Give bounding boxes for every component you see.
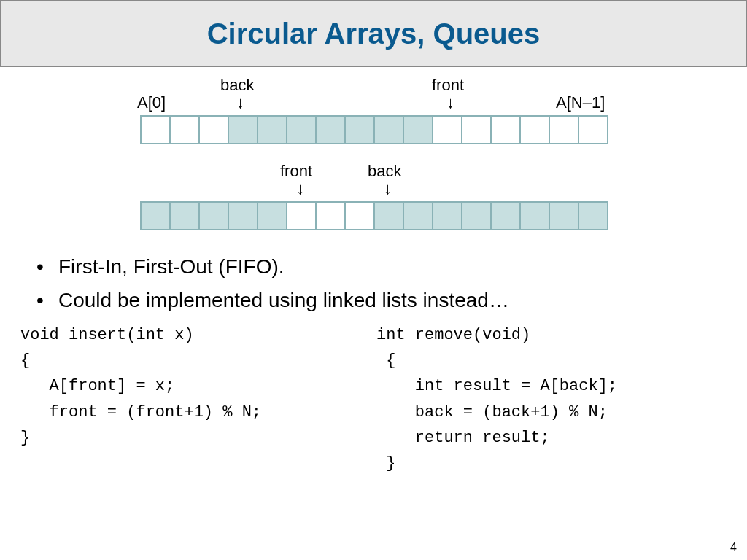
array-row-2 (140, 201, 608, 230)
array-cell (433, 115, 462, 144)
bullet-item: First-In, First-Out (FIFO). (36, 255, 725, 279)
array-diagram-1: A[0] A[N–1] back ↓ front ↓ (140, 77, 607, 149)
array-cell (462, 201, 492, 230)
down-arrow-icon: ↓ (384, 181, 392, 197)
array-cell (317, 115, 346, 144)
array-cell (462, 115, 492, 144)
down-arrow-icon: ↓ (296, 181, 304, 197)
label-back-2: back (368, 162, 401, 181)
label-front-1: front (432, 76, 464, 95)
array-cell (492, 201, 521, 230)
array-cell (375, 115, 404, 144)
array-cell (287, 201, 317, 230)
array-row-1 (140, 115, 608, 144)
label-front-2: front (280, 162, 312, 181)
code-block-insert: void insert(int x) { A[front] = x; front… (20, 322, 376, 451)
code-insert: void insert(int x) { A[front] = x; front… (20, 322, 376, 476)
array-cell (550, 115, 579, 144)
slide-title: Circular Arrays, Queues (207, 18, 541, 50)
array-cell (375, 201, 404, 230)
array-cell (317, 201, 346, 230)
array-cell (521, 115, 550, 144)
array-cell (404, 201, 433, 230)
array-cell (404, 115, 433, 144)
bullet-list: First-In, First-Out (FIFO). Could be imp… (36, 255, 725, 312)
array-cell (579, 201, 608, 230)
title-bar: Circular Arrays, Queues (0, 0, 747, 67)
label-a0: A[0] (137, 93, 166, 112)
code-remove: int remove(void) { int result = A[back];… (376, 322, 732, 476)
code-columns: void insert(int x) { A[front] = x; front… (20, 322, 732, 476)
label-an1: A[N–1] (556, 93, 605, 112)
array-cell (200, 115, 229, 144)
array-cell (142, 115, 171, 144)
array-cell (171, 201, 200, 230)
array-cell (433, 201, 462, 230)
array-cell (287, 115, 317, 144)
array-cell (229, 115, 258, 144)
array-cell (521, 201, 550, 230)
down-arrow-icon: ↓ (236, 95, 244, 111)
array-cell (229, 201, 258, 230)
array-cell (258, 201, 287, 230)
array-diagram-2: front ↓ back ↓ (140, 162, 607, 235)
array-cell (258, 115, 287, 144)
page-number: 4 (730, 541, 737, 554)
code-block-remove: int remove(void) { int result = A[back];… (376, 322, 732, 476)
label-back-1: back (220, 76, 254, 95)
array-cell (200, 201, 229, 230)
array-cell (579, 115, 608, 144)
down-arrow-icon: ↓ (446, 95, 454, 111)
array-cell (142, 201, 171, 230)
array-cell (346, 115, 375, 144)
array-cell (492, 115, 521, 144)
array-cell (171, 115, 200, 144)
array-cell (346, 201, 375, 230)
slide-body: A[0] A[N–1] back ↓ front ↓ front ↓ back … (0, 67, 747, 476)
bullet-item: Could be implemented using linked lists … (36, 289, 725, 312)
array-cell (550, 201, 579, 230)
